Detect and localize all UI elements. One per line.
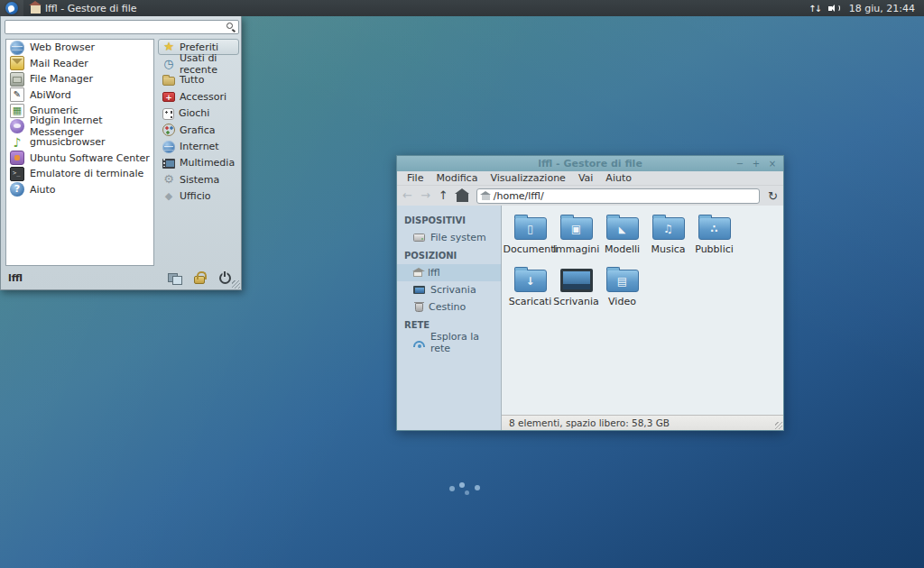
menu-vai[interactable]: Vai (572, 172, 599, 184)
wallpaper-dot (465, 490, 469, 495)
folder-immagini[interactable]: Immagini (553, 212, 599, 264)
statusbar: 8 elementi, spazio libero: 58,3 GB (502, 415, 783, 430)
folder-video[interactable]: Video (599, 264, 645, 316)
category-label: Usati di recente (180, 52, 238, 76)
folder-pictures-icon (560, 217, 593, 240)
menu-visualizzazione[interactable]: Visualizzazione (484, 172, 571, 184)
category-usati-di-recente[interactable]: Usati di recente (158, 55, 239, 71)
applications-menu-button[interactable] (0, 0, 23, 16)
folder-musica[interactable]: Musica (645, 212, 691, 264)
window-resize-grip[interactable] (775, 422, 782, 429)
folder-downloads-icon (514, 270, 547, 292)
minimize-button[interactable] (735, 159, 745, 169)
software-bag-icon (10, 151, 24, 165)
category-label: Accessori (180, 91, 226, 103)
menu-modifica[interactable]: Modifica (430, 172, 484, 184)
volume-indicator-icon[interactable] (828, 3, 841, 14)
menu-resize-grip[interactable] (232, 280, 240, 289)
menu-app-abiword[interactable]: AbiWord (6, 87, 153, 104)
drive-icon (413, 234, 425, 242)
menu-file[interactable]: File (401, 172, 430, 184)
category-grafica[interactable]: Grafica (158, 122, 239, 138)
folder-pubblici[interactable]: Pubblici (691, 212, 737, 264)
up-button[interactable]: ↑ (439, 187, 448, 205)
file-label: Pubblici (695, 243, 734, 255)
back-button[interactable]: ← (402, 187, 412, 205)
app-label: gmusicbrowser (30, 136, 106, 148)
file-view[interactable]: Documenti Immagini Modelli Musica Pubbli… (502, 206, 783, 415)
sidebar-item-file-system[interactable]: File system (397, 229, 501, 246)
app-label: Ubuntu Software Center (30, 152, 150, 164)
category-label: Tutto (180, 74, 204, 86)
path-bar[interactable]: /home/lffl/ (476, 188, 760, 204)
folder-videos-icon (606, 270, 639, 292)
category-ufficio[interactable]: Ufficio (158, 188, 239, 205)
star-icon (162, 41, 175, 53)
menu-aiuto[interactable]: Aiuto (599, 172, 638, 184)
category-label: Sistema (180, 174, 219, 186)
logout-button[interactable] (216, 270, 234, 286)
menu-footer: lffl (1, 266, 241, 289)
sidebar-item-home[interactable]: lffl (397, 264, 501, 281)
menu-app-list: Web Browser Mail Reader File Manager Abi… (5, 39, 154, 266)
category-giochi[interactable]: Giochi (158, 105, 239, 122)
folder-modelli[interactable]: Modelli (599, 212, 645, 264)
home-icon (31, 5, 41, 14)
menu-app-file-manager[interactable]: File Manager (6, 71, 153, 87)
chat-bubble-icon (10, 119, 24, 133)
folder-scrivania[interactable]: Scrivania (553, 264, 599, 316)
document-pen-icon (10, 87, 24, 102)
clock[interactable]: 18 giu, 21:44 (849, 3, 915, 14)
menu-search-input[interactable] (5, 20, 239, 34)
category-multimedia[interactable]: Multimedia (158, 155, 239, 171)
settings-button[interactable] (165, 270, 183, 286)
app-label: Aiuto (30, 184, 56, 196)
menu-app-software-center[interactable]: Ubuntu Software Center (6, 151, 153, 167)
lock-icon (194, 276, 205, 284)
taskbar-window-button[interactable]: lffl - Gestore di file (23, 0, 144, 16)
network-indicator-icon[interactable]: ↑↓ (808, 4, 820, 14)
sidebar-item-esplora-la-rete[interactable]: Esplora la rete (397, 334, 501, 351)
close-button[interactable] (767, 159, 778, 169)
menu-app-web-browser[interactable]: Web Browser (6, 40, 153, 56)
utility-knife-icon (162, 92, 175, 102)
power-icon (219, 272, 231, 284)
folder-documenti[interactable]: Documenti (507, 212, 553, 264)
terminal-icon (10, 167, 24, 181)
category-accessori[interactable]: Accessori (158, 88, 239, 105)
home-button[interactable] (457, 194, 468, 202)
category-label: Grafica (180, 124, 216, 136)
menu-app-mail-reader[interactable]: Mail Reader (6, 56, 153, 72)
app-label: Mail Reader (30, 58, 88, 69)
settings-screens-icon (168, 273, 180, 283)
file-label: Documenti (503, 243, 557, 255)
category-internet[interactable]: Internet (158, 138, 239, 154)
sidebar-item-cestino[interactable]: Cestino (397, 298, 501, 316)
file-label: Immagini (553, 243, 599, 255)
window-titlebar[interactable]: lffl - Gestore di file (397, 156, 783, 171)
forward-button[interactable]: → (420, 187, 430, 205)
current-path: /home/lffl/ (494, 190, 544, 202)
menu-app-pidgin[interactable]: Pidgin Internet Messenger (6, 119, 153, 135)
menu-app-terminal[interactable]: Emulatore di terminale (6, 166, 153, 182)
maximize-button[interactable] (751, 159, 762, 169)
gear-icon (162, 173, 175, 186)
app-label: Pidgin Internet Messenger (30, 115, 153, 138)
sidebar-item-scrivania[interactable]: Scrivania (397, 281, 501, 298)
sidebar-item-label: lffl (428, 267, 440, 279)
folder-templates-icon (606, 217, 639, 240)
menu-app-help[interactable]: Aiuto (6, 182, 153, 198)
film-icon (162, 159, 175, 169)
category-label: Multimedia (180, 157, 235, 169)
palette-icon (162, 124, 175, 136)
category-sistema[interactable]: Sistema (158, 171, 239, 188)
folder-public-icon (698, 217, 731, 240)
reload-button[interactable]: ↻ (768, 189, 778, 203)
sidebar-item-label: Scrivania (430, 284, 476, 296)
xubuntu-logo-icon (5, 2, 18, 14)
lock-screen-button[interactable] (190, 270, 208, 286)
network-wifi-icon (413, 341, 425, 348)
folder-scaricati[interactable]: Scaricati (507, 264, 553, 316)
whisker-menu-popup: Web Browser Mail Reader File Manager Abi… (0, 16, 242, 290)
taskbar-window-label: lffl - Gestore di file (45, 3, 137, 14)
